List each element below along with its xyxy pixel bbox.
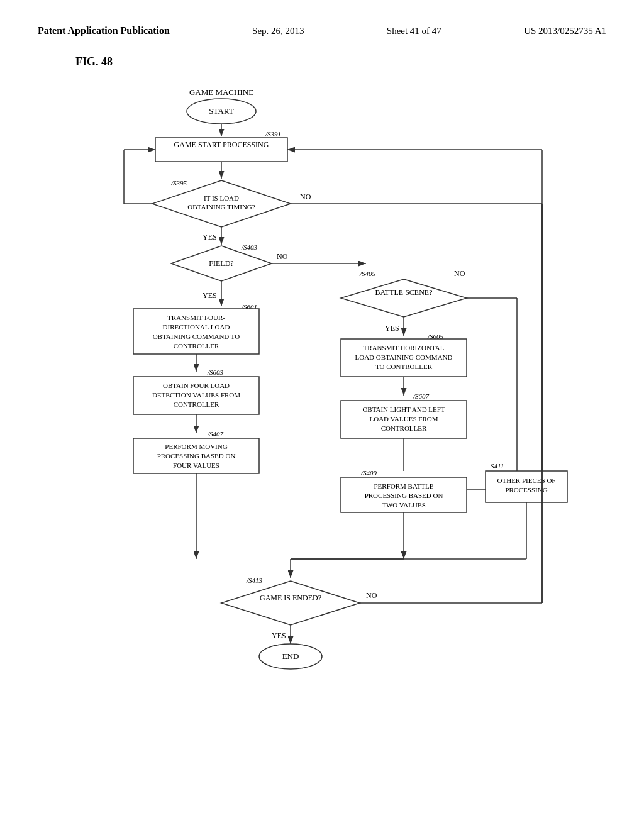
horiz-text2: LOAD OBTAINING COMMAND <box>355 353 453 361</box>
no2-label: NO <box>454 269 465 278</box>
s395-label: /S395 <box>170 179 187 187</box>
end-label: END <box>282 651 299 661</box>
light-text2: LOAD VALUES FROM <box>369 415 438 423</box>
start-label: START <box>209 106 233 116</box>
figure-label: FIG. 48 <box>75 55 606 69</box>
moving-text3: FOUR VALUES <box>173 462 219 469</box>
four-text4: CONTROLLER <box>174 342 219 350</box>
game-start-text1: GAME START PROCESSING <box>174 140 269 149</box>
s391-label: /S391 <box>265 130 281 138</box>
other-text1: OTHER PIECES OF <box>497 477 556 484</box>
s603-label: /S603 <box>207 368 224 376</box>
battle-text1: BATTLE SCENE? <box>375 288 433 297</box>
is-load-text1: IT IS LOAD <box>204 194 239 202</box>
battle-diamond <box>341 279 467 317</box>
horiz-text3: TO CONTROLLER <box>375 363 433 370</box>
game-machine-label: GAME MACHINE <box>189 87 253 97</box>
publication-label: Patent Application Publication <box>38 25 170 36</box>
is-load-text2: OBTAINING TIMING? <box>187 203 255 211</box>
flowchart: GAME MACHINE START /S391 GAME START PROC… <box>52 75 592 766</box>
battle-yes-label: YES <box>385 324 399 333</box>
field-no-label: NO <box>277 252 288 261</box>
date-label: Sep. 26, 2013 <box>252 26 304 36</box>
other-text2: PROCESSING <box>505 486 547 494</box>
ended-yes-label: YES <box>272 631 286 640</box>
game-ended-diamond <box>221 581 360 625</box>
battle-proc-text2: PROCESSING BASED ON <box>365 492 443 499</box>
s413-label: /S413 <box>246 577 263 584</box>
s607-label: /S607 <box>413 392 430 400</box>
header: Patent Application Publication Sep. 26, … <box>38 25 606 36</box>
four-text3: OBTAINING COMMAND TO <box>153 333 240 340</box>
battle-proc-text3: TWO VALUES <box>382 501 426 509</box>
horiz-text1: TRANSMIT HORIZONTAL <box>364 344 445 351</box>
s411-label: S411 <box>491 462 504 470</box>
obtain-four-text3: CONTROLLER <box>174 401 219 408</box>
obtain-four-text1: OBTAIN FOUR LOAD <box>163 382 230 389</box>
field-text: FIELD? <box>209 259 233 268</box>
s407-label: /S407 <box>207 430 224 438</box>
moving-text2: PROCESSING BASED ON <box>157 452 236 460</box>
moving-text1: PERFORM MOVING <box>165 443 227 450</box>
game-ended-text1: GAME IS ENDED? <box>260 594 321 602</box>
sheet-label: Sheet 41 of 47 <box>387 26 441 36</box>
light-text1: OBTAIN LIGHT AND LEFT <box>362 406 445 413</box>
s405-label: /S405 <box>359 270 376 277</box>
patent-number: US 2013/0252735 A1 <box>524 26 606 36</box>
obtain-four-text2: DETECTION VALUES FROM <box>152 391 240 399</box>
light-text3: CONTROLLER <box>381 424 427 432</box>
ended-no-label: NO <box>366 591 377 600</box>
page: Patent Application Publication Sep. 26, … <box>0 0 644 830</box>
yes1-label: YES <box>203 233 217 241</box>
field-yes-label: YES <box>203 291 217 300</box>
flowchart-svg: GAME MACHINE START /S391 GAME START PROC… <box>52 75 592 766</box>
battle-proc-text1: PERFORM BATTLE <box>374 482 433 490</box>
s403-label: /S403 <box>241 243 258 251</box>
four-text2: DIRECTIONAL LOAD <box>163 323 230 331</box>
s409-label: /S409 <box>360 469 377 477</box>
four-text1: TRANSMIT FOUR- <box>167 314 225 321</box>
no1-label: NO <box>300 192 311 201</box>
